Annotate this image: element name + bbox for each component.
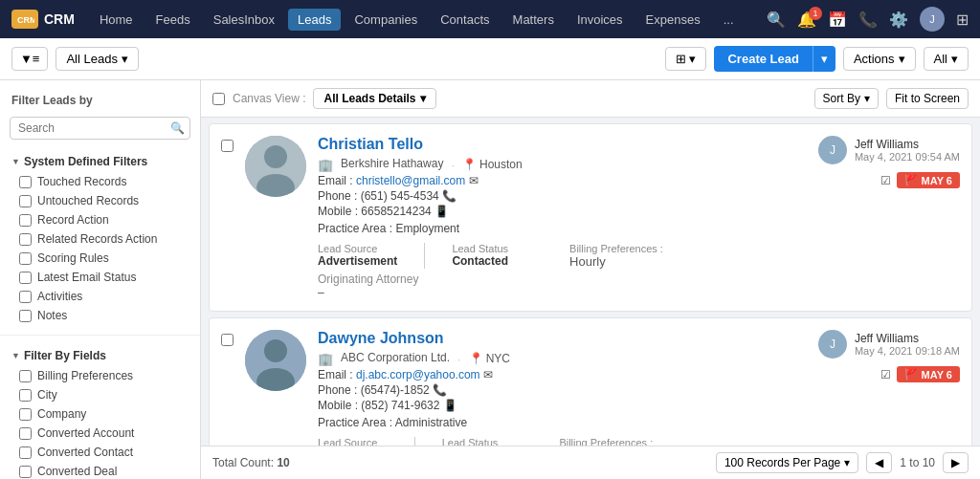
actions-button[interactable]: Actions ▾ (843, 47, 916, 71)
svg-text:CRM: CRM (17, 15, 34, 25)
topnav-icons: 🔍 🔔1 📅 📞 ⚙️ J ⊞ (767, 7, 969, 32)
lead-status-label-0: Lead Status (452, 243, 508, 254)
create-lead-button[interactable]: Create Lead (714, 46, 812, 72)
canvas-view-label: Canvas View : (233, 92, 305, 105)
filter-converted-contact[interactable]: Converted Contact (0, 443, 200, 462)
filter-untouched-records[interactable]: Untouched Records (0, 191, 200, 210)
nav-expenses[interactable]: Expenses (636, 9, 710, 31)
lead-email-1[interactable]: dj.abc.corp@yahoo.com (356, 368, 480, 381)
may-badge-1: 🚩 MAY 6 (897, 366, 960, 382)
sort-by-button[interactable]: Sort By ▾ (814, 88, 879, 109)
lead-email-row-0: Email : christello@gmail.com ✉ (318, 174, 795, 187)
flag-icon: 🚩 (904, 174, 918, 186)
filter-billing-preferences[interactable]: Billing Preferences (0, 366, 200, 385)
lead-company-1: ABC Corporation Ltd. (341, 351, 450, 364)
checkbox-checked-icon: ☑ (880, 174, 891, 187)
search-input[interactable] (10, 117, 190, 140)
filter-converted-deal[interactable]: Converted Deal (0, 462, 200, 479)
lead-select-1[interactable] (221, 334, 234, 346)
lead-status-label-1: Lead Status (442, 437, 499, 446)
filter-icon-button[interactable]: ▼≡ (11, 47, 48, 71)
nav-salesinbox[interactable]: SalesInbox (204, 9, 284, 31)
assignee-avatar-1: J (818, 330, 847, 359)
assignee-time-1: May 4, 2021 09:18 AM (855, 345, 960, 357)
sidebar: Filter Leads by 🔍 System Defined Filters… (0, 80, 201, 479)
nav-feeds[interactable]: Feeds (146, 9, 200, 31)
lead-email-0[interactable]: christello@gmail.com (356, 174, 465, 187)
nav-leads[interactable]: Leads (288, 9, 341, 31)
nav-companies[interactable]: Companies (345, 9, 427, 31)
apps-icon[interactable]: ⊞ (956, 11, 969, 29)
may-badge-0: 🚩 MAY 6 (897, 172, 960, 188)
notification-icon[interactable]: 🔔1 (797, 11, 816, 29)
mobile-icon: 📱 (434, 205, 449, 218)
search-icon: 🔍 (170, 121, 185, 135)
prev-page-button[interactable]: ◀ (866, 452, 892, 473)
nav-contacts[interactable]: Contacts (431, 9, 499, 31)
nav-matters[interactable]: Matters (503, 9, 564, 31)
assignee-name-1: Jeff Williams (855, 332, 960, 345)
filter-related-records-action[interactable]: Related Records Action (0, 229, 200, 249)
lead-name-0[interactable]: Christian Tello (318, 136, 795, 153)
next-page-button[interactable]: ▶ (943, 452, 969, 473)
lead-status-field-0: Lead Status Contacted (452, 243, 508, 269)
filter-notes[interactable]: Notes (0, 306, 200, 325)
lead-avatar-1 (245, 330, 306, 391)
lead-card-0: Christian Tello 🏢 Berkshire Hathaway · 📍… (209, 123, 972, 312)
filter-latest-email-status[interactable]: Latest Email Status (0, 268, 200, 287)
system-filters-title[interactable]: System Defined Filters (0, 151, 200, 172)
nav-invoices[interactable]: Invoices (568, 9, 633, 31)
sidebar-title: Filter Leads by (0, 90, 200, 113)
filter-converted-account[interactable]: Converted Account (0, 424, 200, 443)
filter-by-fields-section: Filter By Fields Billing Preferences Cit… (0, 341, 200, 479)
sort-controls: Sort By ▾ Fit to Screen (814, 88, 969, 109)
lead-checkbox-1 (221, 330, 234, 349)
nav-home[interactable]: Home (90, 9, 143, 31)
lead-mobile-1: (852) 741-9632 (361, 399, 439, 412)
content-area: Canvas View : All Leads Details ▾ Sort B… (201, 80, 980, 479)
lead-mobile-row-0: Mobile : 66585214234 📱 (318, 205, 795, 218)
canvas-view-button[interactable]: All Leads Details ▾ (313, 88, 435, 109)
all-button[interactable]: All ▾ (924, 47, 969, 71)
create-lead-dropdown[interactable]: ▾ (813, 46, 835, 72)
lead-email-row-1: Email : dj.abc.corp@yahoo.com ✉ (318, 368, 795, 381)
lead-status-field-1: Lead Status Interested (442, 437, 499, 446)
all-leads-dropdown[interactable]: All Leads ▾ (56, 47, 138, 71)
main-nav: Home Feeds SalesInbox Leads Companies Co… (90, 9, 751, 31)
user-avatar[interactable]: J (920, 7, 945, 32)
checkbox-checked-icon-1: ☑ (880, 368, 891, 381)
settings-icon[interactable]: ⚙️ (889, 11, 908, 29)
search-icon[interactable]: 🔍 (767, 11, 786, 29)
lead-location-0: 📍 Houston (462, 158, 523, 171)
filter-city[interactable]: City (0, 385, 200, 404)
field-filters-title[interactable]: Filter By Fields (0, 345, 200, 366)
toolbar: ▼≡ All Leads ▾ ⊞ ▾ Create Lead ▾ Actions… (0, 38, 980, 80)
toolbar-right: ⊞ ▾ Create Lead ▾ Actions ▾ All ▾ (665, 46, 969, 72)
calendar-icon[interactable]: 📅 (828, 11, 847, 29)
nav-more[interactable]: ... (714, 9, 744, 31)
fit-to-screen-button[interactable]: Fit to Screen (886, 88, 969, 109)
view-toggle-button[interactable]: ⊞ ▾ (665, 47, 707, 71)
lead-mobile-row-1: Mobile : (852) 741-9632 📱 (318, 399, 795, 412)
lead-select-0[interactable] (221, 140, 234, 152)
assignee-name-0: Jeff Williams (855, 138, 960, 151)
filter-touched-records[interactable]: Touched Records (0, 172, 200, 191)
field-divider-1 (414, 437, 415, 446)
assignee-time-0: May 4, 2021 09:54 AM (855, 151, 960, 163)
filter-scoring-rules[interactable]: Scoring Rules (0, 249, 200, 268)
lead-name-1[interactable]: Dawyne Johnson (318, 330, 795, 347)
lead-assignee-1: J Jeff Williams May 4, 2021 09:18 AM (818, 330, 960, 359)
filter-activities[interactable]: Activities (0, 287, 200, 306)
lead-source-field-0: Lead Source Advertisement (318, 243, 397, 269)
badge-row-0: ☑ 🚩 MAY 6 (880, 172, 960, 188)
page-info: 1 to 10 (900, 456, 935, 469)
records-per-page-button[interactable]: 100 Records Per Page ▾ (716, 452, 858, 473)
select-all-checkbox[interactable] (212, 93, 225, 105)
phone-icon[interactable]: 📞 (858, 11, 878, 29)
filter-company[interactable]: Company (0, 404, 200, 424)
building-icon: 🏢 (318, 158, 333, 172)
lead-info-1: Dawyne Johnson 🏢 ABC Corporation Ltd. · … (318, 330, 795, 446)
pin-icon-1: 📍 (469, 352, 483, 365)
filter-record-action[interactable]: Record Action (0, 210, 200, 229)
lead-phone-row-0: Phone : (651) 545-4534 📞 (318, 189, 795, 203)
